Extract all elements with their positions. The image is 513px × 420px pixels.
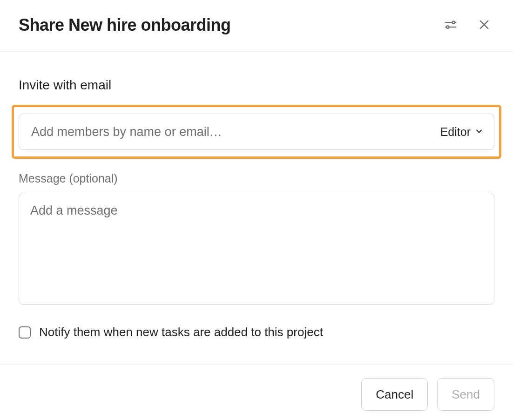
message-label: Message (optional): [19, 172, 494, 185]
dialog-header: Share New hire onboarding: [0, 0, 513, 52]
role-dropdown-label: Editor: [440, 125, 471, 139]
invite-section-label: Invite with email: [19, 78, 494, 93]
dialog-title: Share New hire onboarding: [19, 15, 440, 35]
notify-label: Notify them when new tasks are added to …: [39, 325, 323, 339]
dialog-footer: Cancel Send: [0, 365, 513, 420]
svg-point-3: [446, 26, 449, 28]
dialog-body: Invite with email Editor Message (option…: [0, 52, 513, 365]
chevron-down-icon: [474, 125, 484, 139]
settings-button[interactable]: [440, 15, 461, 35]
notify-checkbox[interactable]: [19, 326, 31, 339]
close-button[interactable]: [474, 15, 494, 35]
invite-input-row: Editor: [19, 114, 494, 150]
close-icon: [478, 18, 491, 33]
invite-highlight: Editor: [12, 105, 501, 159]
notify-row: Notify them when new tasks are added to …: [19, 325, 494, 339]
role-dropdown[interactable]: Editor: [440, 125, 484, 139]
send-button[interactable]: Send: [437, 378, 494, 411]
share-dialog: Share New hire onboarding: [0, 0, 513, 420]
settings-sliders-icon: [444, 18, 458, 33]
header-actions: [440, 15, 494, 35]
members-input[interactable]: [31, 125, 440, 139]
cancel-button[interactable]: Cancel: [361, 378, 428, 411]
message-textarea[interactable]: [19, 193, 494, 305]
svg-point-1: [452, 21, 455, 24]
